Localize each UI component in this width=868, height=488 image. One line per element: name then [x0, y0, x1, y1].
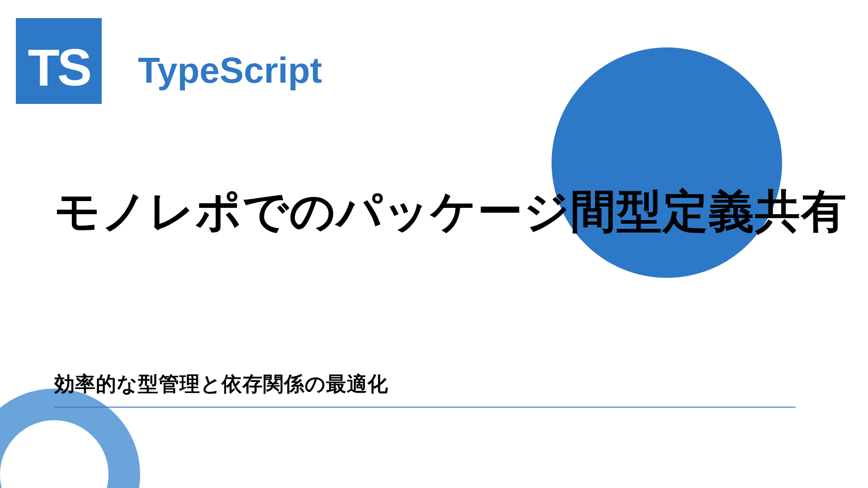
slide-title: モノレポでのパッケージ間型定義共有	[54, 178, 847, 244]
brand-label: TypeScript	[138, 50, 322, 91]
decorative-ring	[0, 389, 140, 488]
typescript-logo: TS	[16, 18, 102, 104]
logo-text: TS	[28, 38, 90, 97]
divider	[54, 407, 796, 408]
slide-subtitle: 効率的な型管理と依存関係の最適化	[54, 371, 388, 398]
